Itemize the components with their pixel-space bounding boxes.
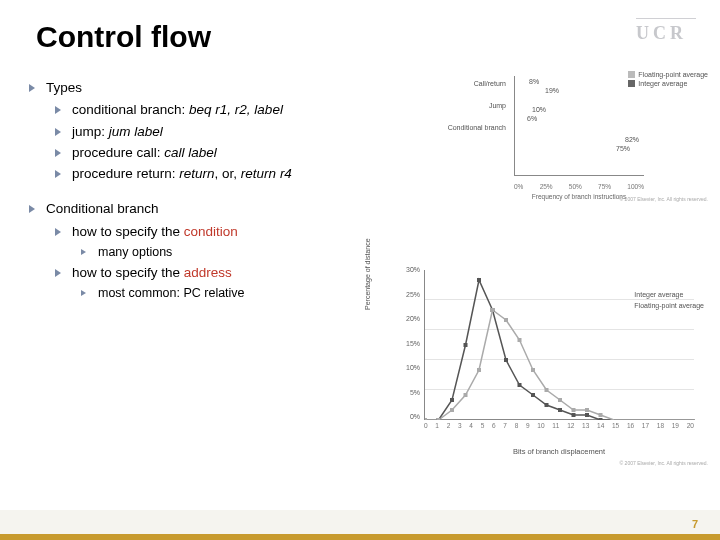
legend-label: Floating-point average <box>638 70 708 79</box>
svg-rect-2 <box>450 398 454 402</box>
svg-rect-6 <box>504 358 508 362</box>
bullet-text: conditional branch: beq r1, r2, label <box>72 100 283 120</box>
bullet-label: Types <box>46 78 82 98</box>
bullet-icon <box>54 148 64 158</box>
bullet-icon <box>54 227 64 237</box>
branch-displacement-chart: Percentage of distance 30% 25% 20% 15% 1… <box>382 262 712 462</box>
bullet-icon <box>80 289 90 299</box>
page-number: 7 <box>692 518 698 530</box>
svg-rect-13 <box>599 418 603 420</box>
copyright-text: © 2007 Elsevier, Inc. All rights reserve… <box>620 460 708 466</box>
svg-rect-8 <box>531 393 535 397</box>
svg-rect-18 <box>477 368 481 372</box>
x-axis-ticks: 0% 25% 50% 75% 100% <box>514 183 644 190</box>
slide-body: Types conditional branch: beq r1, r2, la… <box>28 78 438 304</box>
svg-rect-12 <box>585 413 589 417</box>
x-axis-title: Bits of branch displacement <box>424 447 694 456</box>
svg-rect-15 <box>437 418 441 420</box>
svg-rect-21 <box>518 338 522 342</box>
bullet-icon <box>28 204 38 214</box>
sub-bullet: how to specify the address <box>54 263 438 283</box>
x-axis-ticks: 01234567891011121314151617181920 <box>424 422 694 429</box>
bullet-text: procedure call: call label <box>72 143 217 163</box>
sub-bullet: jump: jum label <box>54 122 438 142</box>
bullet-text: procedure return: return, or, return r4 <box>72 164 292 184</box>
sub-bullet: procedure call: call label <box>54 143 438 163</box>
slide-title: Control flow <box>36 20 211 54</box>
bullet-types: Types <box>28 78 438 98</box>
y-axis-title: Percentage of distance <box>364 238 371 310</box>
slide: Control flow UCR Types conditional branc… <box>0 0 720 540</box>
ucr-logo: UCR <box>636 18 696 44</box>
legend-label: Floating-point average <box>634 301 704 312</box>
svg-rect-16 <box>450 408 454 412</box>
bar-plot-area: 8% 19% 10% 6% 82% 75% <box>514 76 644 176</box>
branch-frequency-chart: Floating-point average Integer average C… <box>444 70 712 196</box>
bullet-text: most common: PC relative <box>98 284 245 303</box>
bullet-text: how to specify the condition <box>72 222 238 242</box>
copyright-text: © 2007 Elsevier, Inc. All rights reserve… <box>620 196 708 202</box>
chart-legend: Integer average Floating-point average <box>634 290 704 311</box>
svg-rect-25 <box>572 408 576 412</box>
svg-rect-3 <box>464 343 468 347</box>
bullet-icon <box>54 127 64 137</box>
svg-rect-26 <box>585 408 589 412</box>
bullet-icon <box>54 105 64 115</box>
bullet-text: many options <box>98 243 172 262</box>
y-category-labels: Call/return Jump Conditional branch <box>444 76 510 164</box>
svg-rect-27 <box>599 413 603 417</box>
svg-rect-10 <box>558 408 562 412</box>
svg-rect-11 <box>572 413 576 417</box>
legend-label: Integer average <box>638 79 687 88</box>
sub-bullet: conditional branch: beq r1, r2, label <box>54 100 438 120</box>
sub-sub-bullet: many options <box>80 243 438 262</box>
svg-rect-20 <box>504 318 508 322</box>
svg-rect-14 <box>425 418 427 420</box>
sub-bullet: procedure return: return, or, return r4 <box>54 164 438 184</box>
svg-rect-22 <box>531 368 535 372</box>
svg-rect-4 <box>477 278 481 282</box>
svg-rect-19 <box>491 308 495 312</box>
bullet-text: jump: jum label <box>72 122 163 142</box>
svg-rect-7 <box>518 383 522 387</box>
bullet-icon <box>54 268 64 278</box>
bullet-icon <box>28 83 38 93</box>
svg-rect-9 <box>545 403 549 407</box>
footer-accent-bar <box>0 534 720 540</box>
bullet-text: how to specify the address <box>72 263 232 283</box>
svg-rect-24 <box>558 398 562 402</box>
bullet-icon <box>54 169 64 179</box>
bullet-icon <box>80 248 90 258</box>
slide-footer: 7 <box>0 510 720 540</box>
legend-label: Integer average <box>634 290 683 301</box>
bullet-label: Conditional branch <box>46 199 159 219</box>
bullet-conditional: Conditional branch <box>28 199 438 219</box>
y-axis-ticks: 30% 25% 20% 15% 10% 5% 0% <box>382 266 420 420</box>
svg-rect-23 <box>545 388 549 392</box>
svg-rect-17 <box>464 393 468 397</box>
sub-bullet: how to specify the condition <box>54 222 438 242</box>
